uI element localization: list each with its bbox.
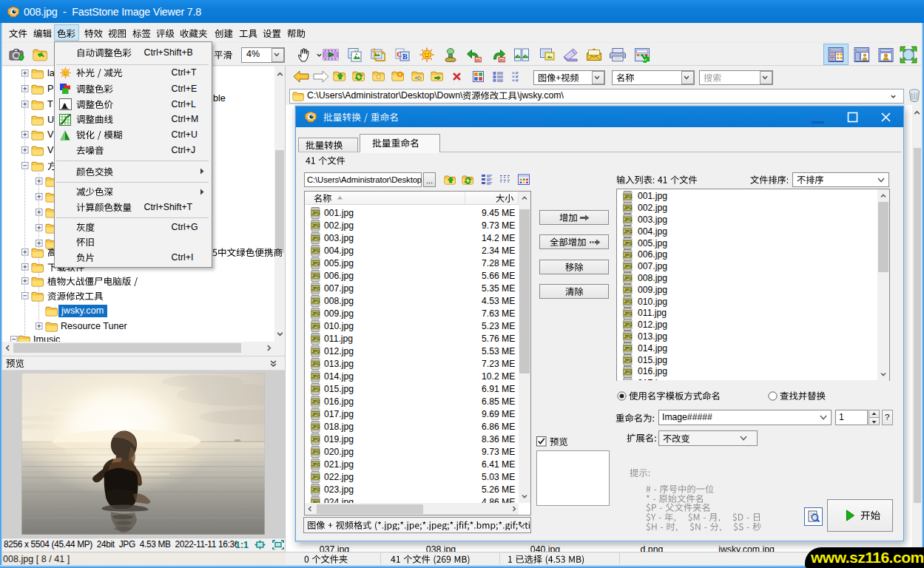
- svg-text:C: C: [397, 50, 402, 58]
- svg-text:B: B: [402, 53, 408, 61]
- svg-text:90: 90: [499, 58, 504, 62]
- svg-text:90: 90: [476, 58, 480, 62]
